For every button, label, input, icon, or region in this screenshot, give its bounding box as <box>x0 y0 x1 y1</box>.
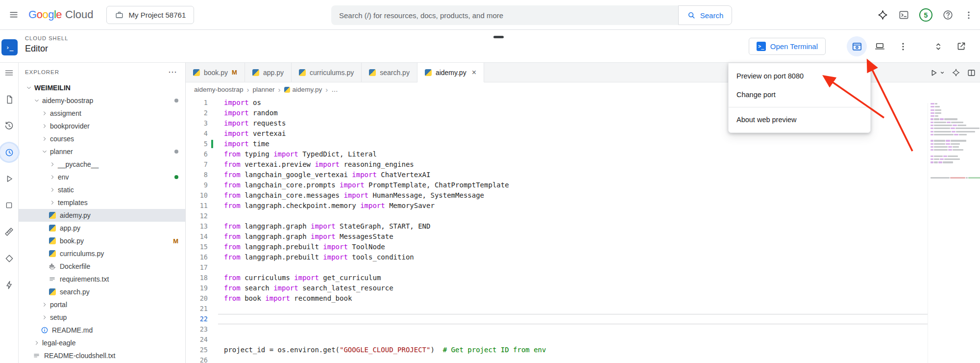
code-line-17[interactable] <box>218 262 928 273</box>
tree-item-planner[interactable]: planner <box>19 145 185 158</box>
tab-search.py[interactable]: search.py <box>362 63 417 82</box>
search-icon <box>687 11 696 20</box>
tab-aidemy.py[interactable]: aidemy.py× <box>417 63 484 82</box>
explorer-more-icon[interactable]: ⋯ <box>168 70 177 75</box>
tree-item-readme-md[interactable]: README.md <box>19 324 185 337</box>
run-icon[interactable] <box>3 173 15 185</box>
code-line-26[interactable] <box>218 355 928 363</box>
shell-header: ›_ CLOUD SHELL Editor >_ Open Terminal <box>0 30 980 63</box>
google-cloud-logo[interactable]: Google Cloud <box>28 8 94 21</box>
breadcrumb-item[interactable]: … <box>331 86 338 93</box>
breadcrumb-item[interactable]: aidemy.py <box>284 86 322 93</box>
clock-icon[interactable] <box>3 146 15 158</box>
history-icon[interactable] <box>3 120 15 132</box>
more-vert-icon[interactable] <box>963 10 974 21</box>
run-file-icon[interactable] <box>929 68 945 78</box>
tree-item-requirements-txt[interactable]: requirements.txt <box>19 273 185 285</box>
code-line-6[interactable]: from typing import TypedDict, Literal <box>218 149 928 159</box>
code-line-8[interactable]: from langchain_google_vertexai import Ch… <box>218 170 928 180</box>
ruler-icon[interactable] <box>3 226 15 238</box>
code-line-5[interactable]: import time <box>218 139 928 149</box>
drag-handle[interactable] <box>493 36 504 38</box>
chevron-right-icon <box>48 198 57 207</box>
line-number: 20 <box>186 293 218 304</box>
menu-item-change-port[interactable]: Change port <box>729 85 870 104</box>
notifications-badge[interactable]: 5 <box>919 8 932 22</box>
project-selector[interactable]: My Project 58761 <box>106 6 195 24</box>
code-line-24[interactable] <box>218 335 928 345</box>
code-line-18[interactable]: from curriculums import get_curriculum <box>218 273 928 283</box>
code-line-21[interactable] <box>218 304 928 314</box>
search-input[interactable] <box>331 5 678 25</box>
line-number: 11 <box>186 201 218 211</box>
code-line-13[interactable]: from langgraph.graph import StateGraph, … <box>218 221 928 232</box>
code-line-20[interactable]: from book import recommend_book <box>218 293 928 304</box>
diamond-icon[interactable] <box>3 252 15 264</box>
code-line-12[interactable] <box>218 211 928 221</box>
code-lines[interactable]: import osimport randomimport requestsimp… <box>218 98 928 363</box>
minimap[interactable] <box>928 103 980 363</box>
split-editor-icon[interactable] <box>967 68 976 78</box>
tab-app.py[interactable]: app.py <box>245 63 292 82</box>
tree-item--pycache-[interactable]: __pycache__ <box>19 158 185 171</box>
file-icon[interactable] <box>3 93 15 105</box>
web-preview-button[interactable] <box>847 36 867 56</box>
shell-more-icon[interactable] <box>893 36 913 56</box>
code-line-11[interactable]: from langgraph.checkpoint.memory import … <box>218 201 928 211</box>
help-icon[interactable] <box>942 9 954 21</box>
tab-book.py[interactable]: book.pyM <box>186 63 245 82</box>
bolt-icon[interactable] <box>3 279 15 291</box>
frame-icon[interactable] <box>3 199 15 211</box>
close-tab-icon[interactable]: × <box>472 69 476 77</box>
open-terminal-button[interactable]: >_ Open Terminal <box>749 38 826 55</box>
search-button[interactable]: Search <box>678 5 732 25</box>
code-line-15[interactable]: from langgraph.prebuilt import ToolNode <box>218 242 928 252</box>
toggle-panel-height-icon[interactable] <box>928 36 948 56</box>
tree-item-weimeilin[interactable]: WEIMEILIN <box>19 81 185 94</box>
cloud-shell-label: CLOUD SHELL <box>25 35 69 41</box>
gemini-sparkle-icon[interactable] <box>877 9 888 21</box>
menu-item-about-web-preview[interactable]: About web preview <box>729 110 870 129</box>
code-line-16[interactable]: from langgraph.prebuilt import tools_con… <box>218 252 928 262</box>
open-in-new-icon[interactable] <box>951 36 971 56</box>
devices-button[interactable] <box>870 36 890 56</box>
code-line-23[interactable] <box>218 324 928 335</box>
tree-item-assigment[interactable]: assigment <box>19 107 185 120</box>
tree-item-app-py[interactable]: app.py <box>19 222 185 234</box>
sparkle-icon[interactable] <box>952 68 960 77</box>
code-line-25[interactable]: project_id = os.environ.get("GOOGLE_CLOU… <box>218 345 928 355</box>
main-menu-icon[interactable] <box>5 6 23 24</box>
code-line-22[interactable] <box>218 314 928 324</box>
breadcrumb-item[interactable]: planner <box>253 86 275 93</box>
tree-item-env[interactable]: env <box>19 171 185 183</box>
tab-label: search.py <box>380 69 410 77</box>
tree-item-curriculums-py[interactable]: curriculums.py <box>19 247 185 260</box>
cloud-shell-activate-icon[interactable] <box>898 9 909 21</box>
code-editor[interactable]: 1234567891011121314151617181920212223242… <box>186 97 980 363</box>
code-line-9[interactable]: from langchain_core.prompts import Promp… <box>218 180 928 190</box>
tree-item-static[interactable]: static <box>19 183 185 196</box>
code-line-14[interactable]: from langgraph.graph import MessagesStat… <box>218 232 928 242</box>
tree-item-legal-eagle[interactable]: legal-eagle <box>19 337 185 349</box>
menu-item-preview-on-port-8080[interactable]: Preview on port 8080 <box>729 67 870 85</box>
menu-icon[interactable] <box>3 67 15 79</box>
tree-item-portal[interactable]: portal <box>19 298 185 311</box>
code-line-10[interactable]: from langchain_core.messages import Huma… <box>218 190 928 201</box>
tab-curriculums.py[interactable]: curriculums.py <box>292 63 362 82</box>
tree-item-courses[interactable]: courses <box>19 132 185 145</box>
code-line-7[interactable]: from vertexai.preview import reasoning_e… <box>218 159 928 170</box>
tree-item-templates[interactable]: templates <box>19 196 185 209</box>
tree-item-setup[interactable]: setup <box>19 311 185 324</box>
tree-item-book-py[interactable]: book.pyM <box>19 234 185 247</box>
code-line-19[interactable]: from search import search_latest_resourc… <box>218 283 928 293</box>
tree-item-search-py[interactable]: search.py <box>19 285 185 298</box>
breadcrumb-item[interactable]: aidemy-boostrap <box>194 86 244 93</box>
line-number: 26 <box>186 355 218 363</box>
cloud-shell-icon[interactable]: ›_ <box>1 39 18 55</box>
tree-item-dockerfile[interactable]: Dockerfile <box>19 260 185 273</box>
tree-item-aidemy-boostrap[interactable]: aidemy-boostrap <box>19 94 185 107</box>
tree-item-bookprovider[interactable]: bookprovider <box>19 120 185 132</box>
topbar: Google Cloud My Project 58761 Search <box>0 0 980 30</box>
tree-item-aidemy-py[interactable]: aidemy.py <box>19 209 185 222</box>
tree-item-readme-cloudshell-txt[interactable]: README-cloudshell.txt <box>19 349 185 362</box>
